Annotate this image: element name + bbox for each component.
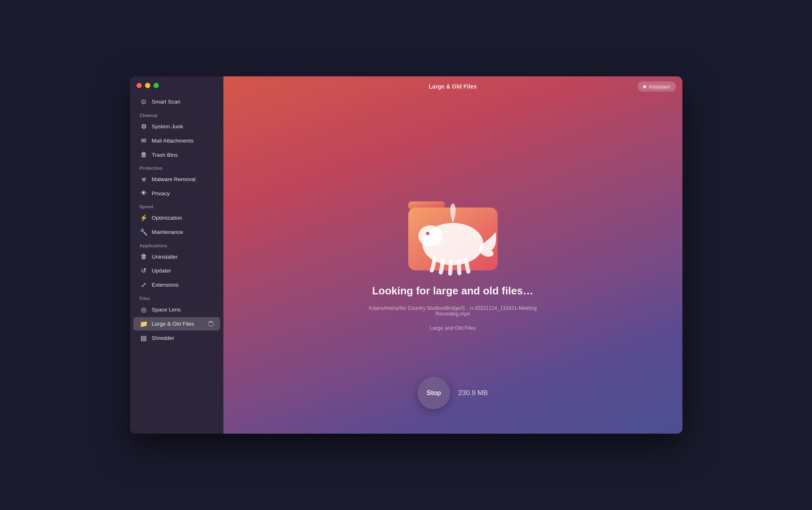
maintenance-icon: 🔧 [140, 228, 148, 236]
section-label-protection: Protection [130, 162, 223, 172]
window-title: Large & Old Files [429, 83, 477, 90]
scanning-path: /Users/misha/No Country Studio/eBridge/S… [351, 305, 554, 317]
assistant-dot-icon [643, 85, 646, 88]
sidebar-item-updater-label: Updater [152, 268, 171, 274]
svg-point-3 [418, 225, 443, 246]
title-bar: Large & Old Files Assistant [223, 76, 682, 97]
sidebar-item-smart-scan-label: Smart Scan [152, 99, 181, 105]
assistant-button[interactable]: Assistant [637, 82, 676, 92]
privacy-icon: 👁 [140, 190, 148, 197]
assistant-label: Assistant [649, 84, 670, 90]
maximize-button[interactable] [154, 83, 159, 88]
sidebar-item-optimization-label: Optimization [152, 215, 182, 221]
sidebar-item-system-junk-label: System Junk [152, 123, 183, 130]
stop-button[interactable]: Stop [418, 377, 450, 409]
close-button[interactable] [136, 83, 142, 88]
section-label-cleanup: Cleanup [130, 109, 223, 119]
center-content: Looking for large and old files… /Users/… [351, 187, 554, 331]
scanning-subtitle: Large and Old Files [430, 325, 476, 331]
sidebar-item-privacy-label: Privacy [152, 190, 170, 197]
sidebar-item-large-old-files[interactable]: 📁 Large & Old Files [133, 317, 220, 331]
sidebar: ⊙ Smart Scan Cleanup ⚙ System Junk ✉ Mai… [130, 76, 223, 434]
sidebar-item-maintenance[interactable]: 🔧 Maintenance [133, 225, 220, 239]
sidebar-item-maintenance-label: Maintenance [152, 229, 183, 235]
sidebar-item-shredder[interactable]: ▤ Shredder [133, 331, 220, 345]
sidebar-item-smart-scan[interactable]: ⊙ Smart Scan [133, 95, 220, 108]
smart-scan-icon: ⊙ [140, 98, 148, 106]
app-icon [404, 187, 502, 277]
scanning-title: Looking for large and old files… [372, 285, 533, 297]
uninstaller-icon: 🗑 [140, 253, 148, 260]
optimization-icon: ⚡ [140, 214, 148, 222]
sidebar-item-malware-removal-label: Malware Removal [152, 176, 196, 182]
sidebar-item-trash-bins[interactable]: 🗑 Trash Bins [133, 148, 220, 161]
traffic-lights [130, 83, 223, 95]
section-label-speed: Speed [130, 200, 223, 211]
app-icon-wrapper [404, 187, 502, 277]
space-lens-icon: ◎ [140, 306, 148, 313]
sidebar-item-trash-bins-label: Trash Bins [152, 152, 178, 158]
sidebar-item-space-lens[interactable]: ◎ Space Lens [133, 303, 220, 316]
size-found: 230.9 MB [458, 389, 488, 397]
sidebar-item-malware-removal[interactable]: ☣ Malware Removal [133, 173, 220, 186]
sidebar-item-large-old-files-label: Large & Old Files [152, 321, 194, 327]
sidebar-item-system-junk[interactable]: ⚙ System Junk [133, 120, 220, 133]
minimize-button[interactable] [145, 83, 150, 88]
large-old-files-icon: 📁 [140, 320, 148, 328]
sidebar-item-updater[interactable]: ↺ Updater [133, 264, 220, 277]
section-label-applications: Applications [130, 239, 223, 250]
sidebar-item-uninstaller[interactable]: 🗑 Uninstaller [133, 250, 220, 263]
app-window: ⊙ Smart Scan Cleanup ⚙ System Junk ✉ Mai… [130, 76, 682, 434]
sidebar-item-privacy[interactable]: 👁 Privacy [133, 187, 220, 200]
loading-spinner [208, 321, 214, 327]
trash-bins-icon: 🗑 [140, 151, 148, 158]
sidebar-item-space-lens-label: Space Lens [152, 307, 181, 313]
main-content: Large & Old Files Assistant [223, 76, 682, 434]
system-junk-icon: ⚙ [140, 123, 148, 130]
mail-attachments-icon: ✉ [140, 137, 148, 145]
sidebar-item-optimization[interactable]: ⚡ Optimization [133, 211, 220, 225]
svg-point-4 [426, 232, 429, 235]
sidebar-item-extensions[interactable]: ⤢ Extensions [133, 278, 220, 292]
section-label-files: Files [130, 292, 223, 303]
sidebar-item-mail-attachments-label: Mail Attachments [152, 138, 194, 144]
sidebar-item-uninstaller-label: Uninstaller [152, 254, 178, 260]
updater-icon: ↺ [140, 267, 148, 274]
sidebar-item-shredder-label: Shredder [152, 335, 175, 341]
bottom-controls: Stop 230.9 MB [418, 377, 488, 409]
sidebar-item-extensions-label: Extensions [152, 282, 179, 288]
sidebar-item-mail-attachments[interactable]: ✉ Mail Attachments [133, 134, 220, 147]
shredder-icon: ▤ [140, 334, 148, 342]
extensions-icon: ⤢ [140, 281, 148, 289]
malware-removal-icon: ☣ [140, 175, 148, 183]
